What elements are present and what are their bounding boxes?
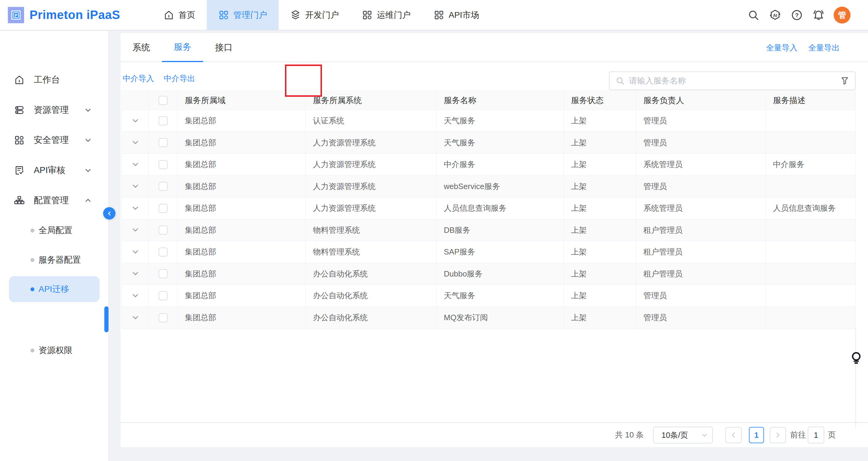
row-checkbox[interactable] bbox=[149, 263, 178, 285]
sidebar-subitem-resource-permission[interactable]: 资源权限 bbox=[0, 341, 108, 360]
cell-domain: 集团总部 bbox=[178, 176, 306, 197]
expand-row-button[interactable] bbox=[122, 110, 149, 132]
sidebar-collapse-button[interactable] bbox=[103, 207, 116, 219]
broker-export-link[interactable]: 中介导出 bbox=[164, 73, 195, 84]
expand-row-button[interactable] bbox=[122, 197, 149, 219]
row-checkbox[interactable] bbox=[149, 154, 178, 176]
grid-icon bbox=[218, 10, 229, 21]
expand-row-button[interactable] bbox=[122, 176, 149, 197]
cell-system: 人力资源管理系统 bbox=[306, 176, 437, 197]
chevron-down-icon bbox=[131, 292, 139, 300]
full-import-link[interactable]: 全量导入 bbox=[766, 42, 798, 53]
topbar-actions: AI ? 管 bbox=[747, 0, 850, 30]
row-checkbox[interactable] bbox=[149, 176, 178, 197]
sidebar-subitem-label: 全局配置 bbox=[39, 225, 72, 236]
expand-row-button[interactable] bbox=[122, 132, 149, 154]
service-search-input[interactable] bbox=[629, 76, 840, 86]
sidebar-item-workbench[interactable]: 工作台 bbox=[0, 70, 108, 90]
cell-name: webService服务 bbox=[437, 176, 564, 197]
table-row: 集团总部物料管理系统DB服务上架租户管理员 bbox=[122, 219, 856, 242]
sidebar-subitem-api-migration[interactable]: API迁移 bbox=[9, 276, 99, 302]
nav-item-api-market[interactable]: API市场 bbox=[422, 0, 491, 30]
help-icon[interactable]: ? bbox=[790, 8, 804, 22]
cell-domain: 集团总部 bbox=[178, 132, 306, 154]
expand-row-button[interactable] bbox=[122, 154, 149, 176]
expand-row-button[interactable] bbox=[122, 219, 149, 241]
cell-name: DB服务 bbox=[437, 219, 564, 241]
expand-row-button[interactable] bbox=[122, 285, 149, 307]
cell-system: 办公自动化系统 bbox=[306, 285, 437, 307]
cell-name: 人员信息查询服务 bbox=[437, 197, 564, 219]
config-sitemap-icon bbox=[14, 195, 25, 206]
topbar: P Primeton iPaaS 首页 管理门户 bbox=[0, 0, 868, 30]
row-checkbox[interactable] bbox=[149, 241, 178, 263]
expand-row-button[interactable] bbox=[122, 241, 149, 263]
resource-icon bbox=[14, 104, 25, 116]
sidebar-item-label: 工作台 bbox=[34, 74, 60, 86]
row-checkbox[interactable] bbox=[149, 197, 178, 219]
column-header-system: 服务所属系统 bbox=[306, 91, 437, 110]
cell-owner: 管理员 bbox=[636, 285, 766, 307]
logo[interactable]: P Primeton iPaaS bbox=[7, 0, 120, 30]
bullet-dot bbox=[30, 228, 34, 233]
cell-domain: 集团总部 bbox=[178, 307, 306, 329]
cell-status: 上架 bbox=[564, 285, 636, 307]
row-checkbox[interactable] bbox=[149, 285, 178, 307]
service-search-box bbox=[609, 71, 856, 90]
sidebar-subitem-global-config[interactable]: 全局配置 bbox=[0, 221, 108, 240]
expand-row-button[interactable] bbox=[122, 307, 149, 329]
cell-owner: 租户管理员 bbox=[636, 263, 766, 285]
goto-page-input[interactable]: 1 bbox=[808, 427, 824, 443]
cell-desc bbox=[766, 219, 856, 241]
row-checkbox[interactable] bbox=[149, 219, 178, 241]
broker-import-link[interactable]: 中介导入 bbox=[123, 73, 154, 84]
chevron-down-icon bbox=[131, 248, 139, 256]
tab-system[interactable]: 系统 bbox=[121, 33, 162, 62]
sidebar-subitem-label: API迁移 bbox=[39, 283, 69, 295]
cell-domain: 集团总部 bbox=[178, 263, 306, 285]
tab-interface[interactable]: 接口 bbox=[203, 33, 245, 62]
sidebar-item-api-review[interactable]: API审核 bbox=[0, 161, 108, 180]
page: P Primeton iPaaS 首页 管理门户 bbox=[0, 0, 868, 461]
row-checkbox[interactable] bbox=[149, 132, 178, 154]
prev-page-button[interactable] bbox=[725, 427, 742, 443]
user-avatar[interactable]: 管 bbox=[834, 7, 850, 24]
sidebar-item-security-mgmt[interactable]: 安全管理 bbox=[0, 130, 108, 150]
cell-system: 物料管理系统 bbox=[306, 219, 437, 241]
page-size-select[interactable]: 10条/页 bbox=[653, 427, 713, 443]
filter-funnel-icon[interactable] bbox=[840, 76, 849, 86]
next-page-button[interactable] bbox=[770, 427, 786, 443]
cell-desc: 中介服务 bbox=[766, 154, 856, 176]
nav-item-home[interactable]: 首页 bbox=[152, 0, 207, 30]
logo-text: Primeton iPaaS bbox=[30, 8, 120, 22]
tab-service[interactable]: 服务 bbox=[162, 33, 203, 62]
cell-status: 上架 bbox=[564, 110, 636, 132]
cell-name: Dubbo服务 bbox=[437, 263, 564, 285]
row-checkbox[interactable] bbox=[149, 307, 178, 329]
sidebar-subitem-label: 资源权限 bbox=[39, 345, 72, 356]
search-icon[interactable] bbox=[747, 8, 760, 22]
cell-status: 上架 bbox=[564, 154, 636, 176]
content-panel: 系统 服务 接口 全量导入 全量导出 中介导入 中介导出 bbox=[121, 33, 868, 447]
cell-status: 上架 bbox=[564, 307, 636, 329]
nav-item-admin-portal[interactable]: 管理门户 bbox=[207, 0, 279, 30]
full-export-link[interactable]: 全量导出 bbox=[808, 42, 840, 53]
lightbulb-tip-icon[interactable] bbox=[850, 351, 862, 367]
sidebar-item-label: API审核 bbox=[34, 164, 65, 176]
sidebar-subitem-server-config[interactable]: 服务器配置 bbox=[0, 250, 108, 270]
chevron-down-icon bbox=[131, 314, 139, 322]
panel-right-divider bbox=[855, 328, 856, 428]
expand-row-button[interactable] bbox=[122, 263, 149, 285]
nav-item-dev-portal[interactable]: 开发门户 bbox=[279, 0, 350, 30]
broker-actions: 中介导入 中介导出 bbox=[123, 62, 195, 95]
sidebar-item-config-mgmt[interactable]: 配置管理 bbox=[0, 191, 108, 210]
sidebar-item-resource-mgmt[interactable]: 资源管理 bbox=[0, 100, 108, 120]
chevron-down-icon bbox=[85, 136, 92, 144]
table-row: 集团总部办公自动化系统MQ发布订阅上架管理员 bbox=[122, 307, 856, 329]
nav-item-ops-portal[interactable]: 运维门户 bbox=[350, 0, 422, 30]
ai-assistant-icon[interactable]: AI bbox=[769, 8, 782, 22]
row-checkbox[interactable] bbox=[149, 110, 178, 132]
select-all-checkbox[interactable] bbox=[149, 91, 178, 110]
page-number-button[interactable]: 1 bbox=[749, 427, 764, 443]
notification-bell-icon[interactable] bbox=[812, 8, 825, 22]
